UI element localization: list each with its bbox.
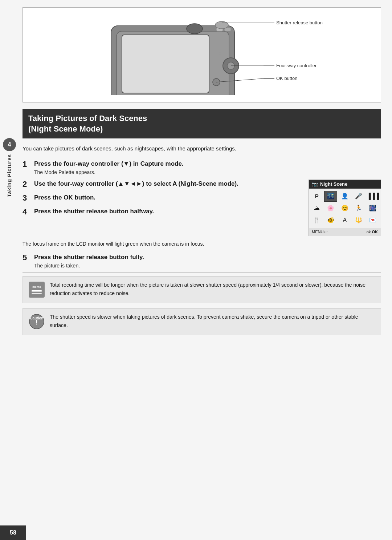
step-3-content: Press the OK button. xyxy=(34,193,301,202)
camera-svg-area: Shutter release button Four-way controll… xyxy=(30,15,373,95)
mode-palette-header: 📷 Night Scene xyxy=(309,180,381,189)
palette-landscape: ⛰ xyxy=(310,203,323,214)
svg-text:Four-way controller: Four-way controller xyxy=(276,63,317,68)
mode-palette-title: Night Scene xyxy=(320,181,347,187)
caution-icon: Caution ! xyxy=(28,313,45,330)
step-2-content: Use the four-way controller (▲▼◄►) to se… xyxy=(34,180,301,188)
sidebar-text: Taking Pictures xyxy=(7,154,12,197)
palette-portrait: 👤 xyxy=(338,191,351,202)
palette-p: P xyxy=(310,191,323,202)
svg-point-12 xyxy=(215,54,218,57)
memo-note-box: memo Total recording time will be longer… xyxy=(23,276,381,303)
section-title: Taking Pictures of Dark Scenes (Night Sc… xyxy=(28,113,375,134)
step-1-title: Press the four-way controller (▼) in Cap… xyxy=(34,160,381,168)
step-1-number: 1 xyxy=(23,160,34,169)
memo-lines xyxy=(32,289,42,294)
palette-sport: 🏃 xyxy=(352,203,365,214)
menu-button[interactable]: MENU ↩ xyxy=(312,230,327,234)
intro-text: You can take pictures of dark scenes, su… xyxy=(23,144,381,153)
svg-text:!: ! xyxy=(36,319,38,326)
step-1: 1 Press the four-way controller (▼) in C… xyxy=(23,160,381,175)
section-title-line2: (Night Scene Mode) xyxy=(28,124,103,133)
camera-illustration: Shutter release button Four-way controll… xyxy=(30,15,373,95)
palette-underwater: 🐠 xyxy=(324,215,337,226)
ok-bold-label: OK xyxy=(372,230,378,234)
section-header: Taking Pictures of Dark Scenes (Night Sc… xyxy=(23,109,381,138)
palette-voice: 🎤 xyxy=(352,191,365,202)
svg-text:OK button: OK button xyxy=(276,76,298,81)
step-4-number: 4 xyxy=(23,207,34,217)
step-3: 3 Press the OK button. xyxy=(23,193,301,203)
camera-diagram: Shutter release button Four-way controll… xyxy=(23,7,381,102)
palette-food: 🍴 xyxy=(310,215,323,226)
svg-point-11 xyxy=(219,50,221,53)
palette-macro: 🌸 xyxy=(324,203,337,214)
step-3-number: 3 xyxy=(23,193,34,203)
step-5-sub: The picture is taken. xyxy=(34,263,381,269)
page-number: 58 xyxy=(10,529,16,536)
mode-palette-footer: MENU ↩ ok OK xyxy=(309,228,381,236)
caution-note-box: Caution ! The shutter speed is slower wh… xyxy=(23,308,381,335)
step-2-title: Use the four-way controller (▲▼◄►) to se… xyxy=(34,180,301,188)
camera-icon: 📷 xyxy=(312,181,318,187)
svg-point-13 xyxy=(219,54,221,57)
chapter-number: 4 xyxy=(3,138,16,151)
step-5-content: Press the shutter release button fully. … xyxy=(34,253,381,269)
step-1-content: Press the four-way controller (▼) in Cap… xyxy=(34,160,381,175)
step-1-sub: The Mode Palette appears. xyxy=(34,169,381,175)
divider xyxy=(23,272,381,273)
palette-text: A xyxy=(338,215,351,226)
back-icon: ↩ xyxy=(324,230,327,234)
palette-kids: 😊 xyxy=(338,203,351,214)
svg-text:Shutter release button: Shutter release button xyxy=(276,20,323,25)
svg-point-10 xyxy=(215,50,218,53)
caution-svg: Caution ! xyxy=(29,314,45,330)
focus-note: The focus frame on the LCD monitor will … xyxy=(23,240,381,248)
sidebar: 4 Taking Pictures xyxy=(0,0,19,540)
svg-rect-2 xyxy=(122,35,209,93)
palette-digital: 💌 xyxy=(366,215,379,226)
mode-palette-grid: P 🌃 👤 🎤 ▐▐▐ ⛰ 🌸 😊 🏃 🎆 🍴 🐠 A 🔱 xyxy=(309,189,381,228)
ok-button-area[interactable]: ok OK xyxy=(367,230,378,234)
menu-label: MENU xyxy=(312,230,323,234)
svg-point-6 xyxy=(215,21,228,29)
svg-point-3 xyxy=(187,24,203,34)
step-3-title: Press the OK button. xyxy=(34,193,301,202)
page-number-bar: 58 xyxy=(0,525,26,540)
palette-fireworks: 🎆 xyxy=(366,203,379,214)
main-content: Shutter release button Four-way controll… xyxy=(19,0,392,540)
page: 4 Taking Pictures xyxy=(0,0,392,540)
steps-2-4-with-image: 2 Use the four-way controller (▲▼◄►) to … xyxy=(23,180,381,236)
step-4-content: Press the shutter release button halfway… xyxy=(34,207,301,216)
caution-note-text: The shutter speed is slower when taking … xyxy=(50,313,376,329)
step-2: 2 Use the four-way controller (▲▼◄►) to … xyxy=(23,180,301,189)
mode-palette-box: 📷 Night Scene P 🌃 👤 🎤 ▐▐▐ ⛰ 🌸 😊 🏃 🎆 xyxy=(309,180,381,236)
step-4: 4 Press the shutter release button halfw… xyxy=(23,207,301,217)
palette-movie: ▐▐▐ xyxy=(366,191,379,202)
step-5-number: 5 xyxy=(23,253,34,262)
steps-2-4-left: 2 Use the four-way controller (▲▼◄►) to … xyxy=(23,180,301,221)
step-2-number: 2 xyxy=(23,180,34,189)
section-title-line1: Taking Pictures of Dark Scenes xyxy=(28,114,147,123)
sidebar-label: Taking Pictures xyxy=(7,154,12,197)
step-5-title: Press the shutter release button fully. xyxy=(34,253,381,262)
step-5: 5 Press the shutter release button fully… xyxy=(23,253,381,269)
caution-icon-shape: Caution ! xyxy=(29,314,45,330)
ok-small-label: ok xyxy=(367,230,371,234)
memo-icon: memo xyxy=(28,281,45,298)
step-4-title: Press the shutter release button halfway… xyxy=(34,207,301,216)
palette-museum: 🔱 xyxy=(352,215,365,226)
palette-night-scene: 🌃 xyxy=(324,191,337,202)
memo-icon-shape: memo xyxy=(29,282,45,298)
memo-note-text: Total recording time will be longer when… xyxy=(50,281,376,297)
